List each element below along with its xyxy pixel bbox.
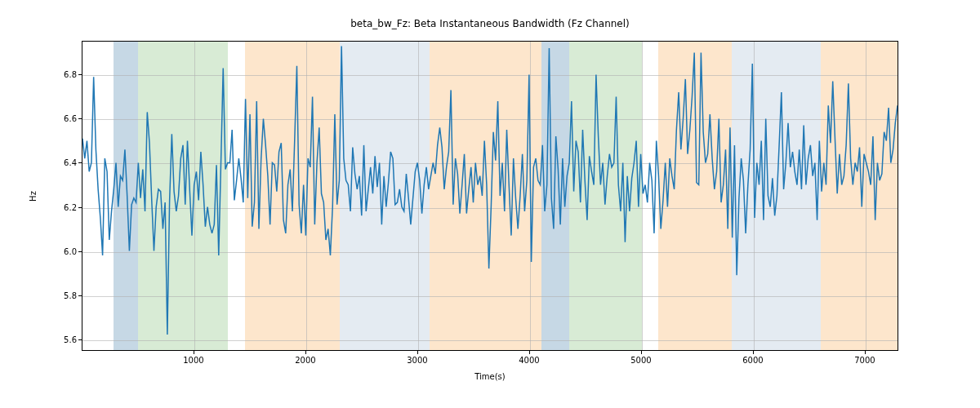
tick-mark <box>753 351 754 354</box>
x-tick-label: 4000 <box>519 356 539 365</box>
tick-mark <box>194 351 194 354</box>
y-tick-label: 6.6 <box>44 114 77 123</box>
plot-area <box>82 41 898 351</box>
tick-mark <box>78 295 82 296</box>
chart-title: beta_bw_Fz: Beta Instantaneous Bandwidth… <box>0 18 980 29</box>
y-tick-label: 6.8 <box>44 69 77 78</box>
x-tick-label: 2000 <box>295 356 315 365</box>
x-axis-label: Time(s) <box>82 372 898 381</box>
x-tick-label: 5000 <box>630 356 651 365</box>
figure: beta_bw_Fz: Beta Instantaneous Bandwidth… <box>0 0 980 408</box>
tick-mark <box>529 351 530 354</box>
y-tick-label: 6.2 <box>44 202 77 211</box>
tick-mark <box>305 351 306 354</box>
x-tick-label: 6000 <box>742 356 763 365</box>
tick-mark <box>78 251 82 252</box>
y-tick-label: 6.4 <box>44 158 77 167</box>
y-tick-label: 5.8 <box>44 291 77 300</box>
tick-mark <box>78 162 82 163</box>
tick-mark <box>78 207 82 208</box>
tick-mark <box>78 118 82 119</box>
x-tick-label: 1000 <box>183 356 203 365</box>
tick-mark <box>78 74 82 75</box>
tick-mark <box>641 351 642 354</box>
x-tick-label: 3000 <box>407 356 427 365</box>
y-axis-label: Hz <box>28 41 38 351</box>
x-tick-label: 7000 <box>854 356 875 365</box>
y-tick-label: 5.6 <box>44 335 77 344</box>
tick-mark <box>865 351 866 354</box>
data-line <box>82 42 898 350</box>
tick-mark <box>417 351 418 354</box>
tick-mark <box>78 339 82 340</box>
y-tick-label: 6.0 <box>44 246 77 255</box>
